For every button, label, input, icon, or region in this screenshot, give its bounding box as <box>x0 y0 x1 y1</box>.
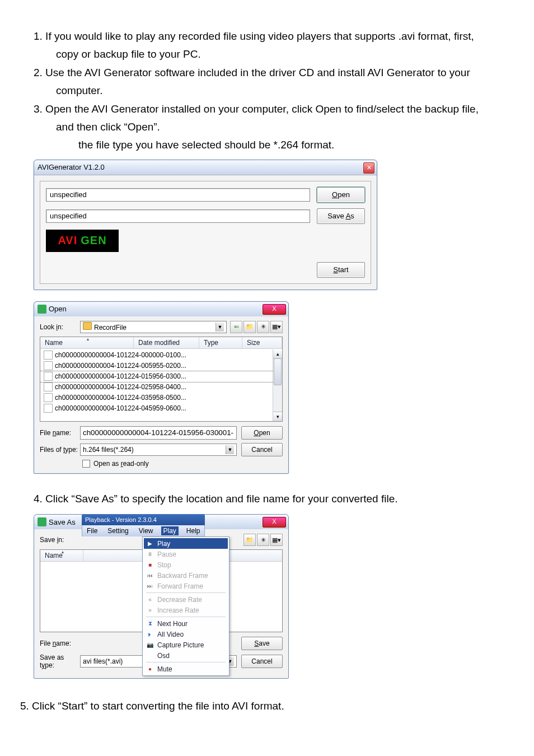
file-list-header[interactable]: ▴Name Date modified Type Size <box>40 337 282 349</box>
cancel-button[interactable]: Cancel <box>241 655 283 668</box>
instruction-1-cont: copy or backup file to your PC. <box>34 46 500 63</box>
playback-title: Playback - Version 2.3.0.4 <box>85 516 157 523</box>
view-menu-icon[interactable]: ▦▾ <box>270 534 283 546</box>
file-row[interactable]: ch00000000000004-101224-025958-0400... <box>40 382 282 393</box>
open-read-only-label: Open as read-only <box>93 460 149 468</box>
instruction-4: 4. Click “Save As” to specify the locati… <box>34 491 500 507</box>
play-dropdown-menu: ▶Play ⏸Pause ■Stop ⏮Backward Frame ⏭Forw… <box>142 536 229 676</box>
menu-item-stop: ■Stop <box>144 559 228 570</box>
close-icon[interactable]: X <box>263 517 286 528</box>
menu-item-increase-rate: »Increase Rate <box>144 605 228 615</box>
view-menu-icon[interactable]: ▦▾ <box>270 321 283 333</box>
file-icon <box>44 382 53 391</box>
column-name[interactable]: ▴Name <box>40 550 83 561</box>
app-icon <box>38 517 46 526</box>
source-path-input[interactable] <box>46 188 310 202</box>
file-icon <box>44 404 53 413</box>
dialog-toolbar: ⇐ 📁 ✳ ▦▾ <box>230 321 283 333</box>
look-in-label: Look in: <box>40 323 80 331</box>
start-button[interactable]: Start <box>317 262 365 278</box>
save-in-label: Save in: <box>40 536 80 544</box>
menu-item-capture-picture[interactable]: 📷Capture Picture <box>144 640 228 650</box>
pause-icon: ⏸ <box>146 550 154 558</box>
dest-path-input[interactable] <box>46 209 310 223</box>
playback-menubar[interactable]: File Setting View Play Help <box>82 525 205 536</box>
menu-help[interactable]: Help <box>184 526 203 535</box>
menu-item-next-hour[interactable]: ⧗Next Hour <box>144 618 228 629</box>
scroll-thumb[interactable] <box>274 358 282 385</box>
logo-avi-text: AVI <box>58 234 77 247</box>
file-list[interactable]: ▴Name Date modified Type Size ch00000000… <box>40 337 283 422</box>
menu-item-backward-frame: ⏮Backward Frame <box>144 570 228 581</box>
close-icon[interactable]: X <box>263 304 286 315</box>
checkbox-icon[interactable] <box>82 460 90 468</box>
sort-asc-icon: ▴ <box>87 337 89 342</box>
cancel-button[interactable]: Cancel <box>241 443 283 456</box>
up-folder-icon[interactable]: 📁 <box>243 534 256 546</box>
stop-icon: ■ <box>146 561 154 569</box>
menu-view[interactable]: View <box>137 526 156 535</box>
up-folder-icon[interactable]: 📁 <box>243 321 256 333</box>
column-date[interactable]: Date modified <box>134 337 199 348</box>
file-name-input[interactable] <box>80 426 237 440</box>
files-of-type-value: h.264 files(*.264) <box>83 446 134 454</box>
open-file-dialog: Open X Look in: RecordFile ▼ ⇐ 📁 ✳ ▦▾ ▴N… <box>34 301 289 474</box>
menu-separator <box>146 617 226 617</box>
file-row[interactable]: ch00000000000004-101224-000000-0100... <box>40 350 282 361</box>
instruction-3-cont: and then click “Open”. <box>34 119 500 136</box>
file-icon <box>44 351 53 360</box>
column-name[interactable]: ▴Name <box>40 337 134 348</box>
close-icon[interactable]: ✕ <box>363 162 374 174</box>
look-in-combo[interactable]: RecordFile ▼ <box>80 321 227 333</box>
open-read-only-check[interactable]: Open as read-only <box>82 460 283 468</box>
save-as-title: Save As <box>49 518 76 526</box>
mute-icon: ● <box>146 665 154 673</box>
menu-item-osd[interactable]: Osd <box>144 650 228 661</box>
camera-icon: 📷 <box>146 641 154 649</box>
column-type[interactable]: Type <box>199 337 242 348</box>
menu-item-all-video[interactable]: ⏵All Video <box>144 629 228 640</box>
menu-item-mute[interactable]: ●Mute <box>144 664 228 674</box>
next-hour-icon: ⧗ <box>146 620 154 628</box>
chevron-down-icon[interactable]: ▼ <box>216 323 224 332</box>
menu-item-play[interactable]: ▶Play <box>144 538 228 549</box>
menu-setting[interactable]: Setting <box>105 526 130 535</box>
file-row[interactable]: ch00000000000004-101224-035958-0500... <box>40 393 282 403</box>
app-icon <box>38 305 46 314</box>
files-of-type-combo[interactable]: h.264 files(*.264) ▼ <box>80 444 237 456</box>
rate-down-icon: « <box>146 596 154 604</box>
files-of-type-label: Files of type: <box>40 446 80 454</box>
scroll-up-icon[interactable]: ▴ <box>273 349 282 359</box>
back-icon[interactable]: ⇐ <box>230 321 242 333</box>
playback-titlebar[interactable]: Playback - Version 2.3.0.4 <box>82 514 205 525</box>
menu-file[interactable]: File <box>85 526 100 535</box>
save-as-button[interactable]: Save As <box>317 208 365 224</box>
vertical-scrollbar[interactable]: ▴ ▾ <box>273 349 282 421</box>
file-row[interactable]: ch00000000000004-101224-005955-0200... <box>40 361 282 371</box>
folder-icon <box>83 322 92 330</box>
instruction-3: 3. Open the AVI Generator installed on y… <box>34 101 500 118</box>
open-dialog-titlebar[interactable]: Open X <box>34 302 288 316</box>
file-name-label: File name: <box>40 429 80 437</box>
rate-up-icon: » <box>146 606 154 614</box>
new-folder-icon[interactable]: ✳ <box>257 534 269 546</box>
avigenerator-titlebar[interactable]: AVIGenerator V1.2.0 ✕ <box>34 160 377 175</box>
look-in-folder: RecordFile <box>94 324 127 332</box>
menu-play[interactable]: Play <box>161 526 179 535</box>
column-size[interactable]: Size <box>242 337 282 348</box>
playback-window-overlay: Playback - Version 2.3.0.4 File Setting … <box>82 514 205 676</box>
instruction-2: 2. Use the AVI Generator software includ… <box>34 64 500 81</box>
file-row[interactable]: ch00000000000004-101224-045959-0600... <box>40 403 282 414</box>
scroll-down-icon[interactable]: ▾ <box>273 412 282 421</box>
file-icon <box>44 372 53 381</box>
file-icon <box>44 361 53 370</box>
chevron-down-icon[interactable]: ▼ <box>226 445 234 454</box>
file-row[interactable]: ch00000000000004-101224-015956-0300... <box>40 371 282 382</box>
menu-separator <box>146 662 226 662</box>
new-folder-icon[interactable]: ✳ <box>257 321 269 333</box>
open-button[interactable]: Open <box>241 426 283 440</box>
save-button[interactable]: Save <box>241 637 283 650</box>
frame-forward-icon: ⏭ <box>146 582 154 590</box>
menu-separator <box>146 592 226 593</box>
open-button[interactable]: Open <box>317 187 365 203</box>
